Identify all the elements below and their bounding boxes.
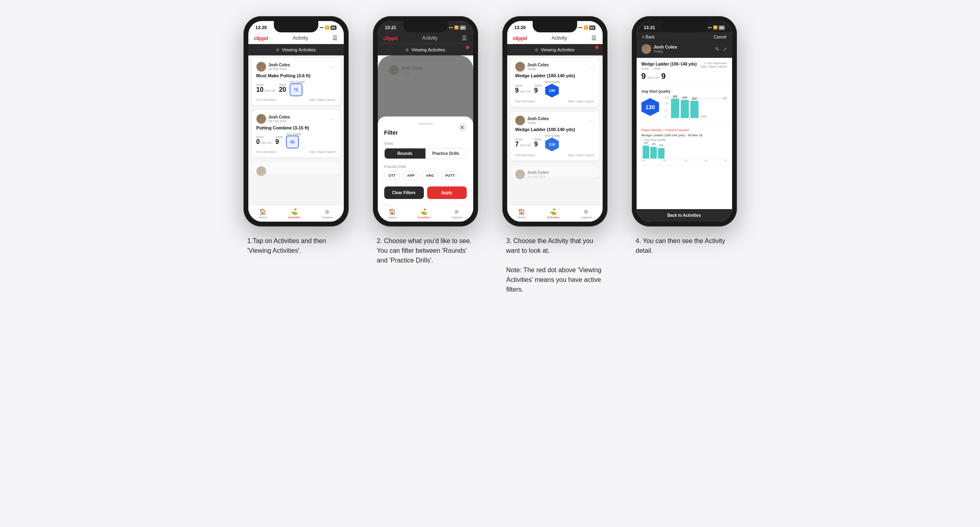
clear-filters-button[interactable]: Clear Filters [384, 186, 424, 199]
filter-pill-putt[interactable]: PUTT [441, 171, 459, 180]
sq-badge-1-1: 75 [290, 83, 303, 96]
filter-toggle-practice[interactable]: Practice Drills [425, 148, 466, 159]
signal-icon-3: ▪▪▪ [578, 25, 582, 30]
viewing-banner-3[interactable]: ⚙ Viewing Activities [507, 44, 603, 55]
back-button-4[interactable]: < Back [642, 35, 655, 39]
footer-info-1-2: Test Information [256, 150, 277, 153]
card-user-3-1: Josh Coles Today [515, 62, 549, 72]
nav-home-1[interactable]: 🏠 Home [258, 208, 267, 219]
nav-capture-3[interactable]: ⊕ Capture [580, 208, 592, 219]
card-footer-3-2: Test Information Data: Clippd Capture [515, 154, 595, 157]
nav-activities-1[interactable]: ⛳ Activities [288, 208, 301, 219]
detail-score-4: 9 [641, 72, 646, 81]
viewing-banner-2[interactable]: ⚙ Viewing Activities [378, 44, 473, 55]
phone-notch-2 [403, 21, 448, 32]
capture-icon-3: ⊕ [584, 208, 588, 215]
viewing-banner-text-1: Viewing Activities [282, 47, 316, 52]
user-name-1-2: Josh Coles [269, 115, 290, 119]
session-bar-3: 124 [658, 148, 665, 159]
back-to-activities-button-4[interactable]: Back to Activities [637, 209, 732, 222]
apply-button[interactable]: Apply [427, 186, 467, 199]
edit-icon-4[interactable]: ✎ [715, 46, 720, 52]
activity-card-1-2[interactable]: Josh Coles 28 Feb 2023 ··· Putting Combi… [252, 110, 341, 157]
session-title-4: Wedge Ladder (100-140 yds) - 06 Mar 23 [641, 133, 727, 137]
card-header-3-3: Josh Coles 28 Feb 2023 [515, 169, 595, 179]
activity-card-1-1[interactable]: Josh Coles 28 Feb 2023 ··· Must Make Put… [252, 58, 341, 105]
detail-drill-section-4: Wedge Ladder (100–140 yds) Score Shots 9… [637, 58, 732, 85]
home-icon-1: 🏠 [259, 208, 266, 215]
shots-value-3-1: 9 [534, 87, 542, 94]
filter-handle [418, 123, 433, 125]
card-stats-1-1: Score 10 OUT OF Shots 20 [256, 80, 336, 96]
sq-group-1-1: Shot Quality 75 [290, 80, 305, 96]
filter-pill-arg[interactable]: ARG [421, 171, 438, 180]
detail-outof-4: OUT OF [648, 76, 660, 80]
status-icons-3: ▪▪▪ 🛜 84 [578, 25, 595, 30]
card-footer-3-1: Test Information Data: Clippd Capture [515, 100, 595, 103]
card-title-1-1: Must Make Putting (3-6 ft) [256, 73, 336, 78]
detail-nav-4: < Back Cancel [637, 32, 732, 42]
filter-close-button[interactable]: ✕ [458, 123, 467, 132]
footer-info-3-1: Test Information [515, 100, 536, 103]
nav-activities-3[interactable]: ⛳ Activities [547, 208, 560, 219]
card-stats-3-2: Score 7 OUT OF Shots 9 [515, 134, 595, 152]
hamburger-icon-1[interactable]: ☰ [332, 35, 338, 41]
card-menu-1-1[interactable]: ··· [330, 63, 336, 70]
score-value-3-2: 7 [515, 141, 519, 148]
session-y-labels: 1401201008060 [641, 159, 727, 162]
aq-hex-4: 130 [641, 98, 659, 116]
signal-icon-4: ▪▪▪ [708, 25, 712, 30]
hex-shape-3-2: 118 [545, 138, 559, 151]
user-info-3-2: Josh Coles Today [527, 116, 549, 125]
filter-pill-app[interactable]: APP [403, 171, 419, 180]
user-date-3-1: Today [527, 67, 549, 71]
user-date-1-1: 28 Feb 2023 [269, 67, 290, 71]
nav-activities-2[interactable]: ⛳ Activities [417, 208, 430, 219]
card-menu-3-1[interactable]: ··· [588, 63, 595, 70]
phone-2: 13:21 ▪▪▪ 🛜 84 clippd Activity ☰ ⚙ Vi [373, 16, 478, 226]
status-time-4: 13:21 [644, 25, 655, 30]
hamburger-icon-3[interactable]: ☰ [591, 35, 597, 41]
chart-area-4: 140 100 50 0 132 [663, 96, 727, 118]
user-info-3-3: Josh Coles 28 Feb 2023 [527, 170, 549, 178]
nav-home-2[interactable]: 🏠 Home [388, 208, 396, 219]
avg-shot-quality-label-4: Avg Shot Quality [641, 89, 727, 93]
app-nav-1: clippd Activity ☰ [248, 32, 344, 44]
activity-card-3-1[interactable]: Josh Coles Today ··· Wedge Ladder (100-1… [510, 58, 599, 107]
nav-home-3[interactable]: 🏠 Home [517, 208, 526, 219]
user-date-1-2: 28 Feb 2023 [269, 119, 290, 123]
card-stats-1-2: Score 0 OUT OF Shots 9 [256, 133, 336, 148]
score-label-3-1: Score [515, 84, 531, 87]
filter-pill-ott[interactable]: OTT [384, 171, 400, 180]
nav-capture-label-2: Capture [451, 216, 462, 219]
score-label-3-2: Score [515, 138, 531, 141]
caption-2: 2. Choose what you'd like to see. You ca… [377, 236, 474, 265]
detail-drill-title-4: Wedge Ladder (100–140 yds) [641, 62, 701, 66]
phone-column-2: 13:21 ▪▪▪ 🛜 84 clippd Activity ☰ ⚙ Vi [369, 16, 482, 265]
footer-data-3-2: Data: Clippd Capture [568, 154, 594, 157]
card-title-1-2: Putting Combine (3-15 ft) [256, 125, 336, 130]
cancel-button-4[interactable]: Cancel [713, 35, 726, 39]
activity-card-3-2[interactable]: Josh Coles Today ··· Wedge Ladder (100-1… [510, 112, 599, 161]
sq-group-3-2: Shot Quality 118 [545, 134, 560, 152]
filter-toggle-rounds[interactable]: Rounds [385, 148, 425, 159]
user-name-1-1: Josh Coles [269, 63, 290, 67]
nav-capture-2[interactable]: ⊕ Capture [451, 208, 462, 219]
banner-settings-icon-1: ⚙ [276, 48, 279, 52]
viewing-banner-1[interactable]: ⚙ Viewing Activities [248, 44, 344, 55]
hamburger-icon-2[interactable]: ☰ [462, 35, 467, 41]
wifi-icon: 🛜 [325, 25, 329, 30]
score-value-3-1: 9 [515, 87, 519, 94]
expand-icon-4[interactable]: ⤢ [723, 46, 727, 52]
filter-toggle-row: Rounds Practice Drills [384, 148, 467, 159]
nav-capture-1[interactable]: ⊕ Capture [322, 208, 333, 219]
card-menu-3-2[interactable]: ··· [588, 117, 595, 124]
footer-info-3-2: Test Information [515, 154, 536, 157]
card-user-3-3: Josh Coles 28 Feb 2023 [515, 169, 549, 179]
card-menu-1-2[interactable]: ··· [330, 116, 336, 122]
score-group-1-2: Score 0 OUT OF [256, 135, 272, 146]
detail-user-sub-4: Today [654, 49, 677, 53]
session-link-label-4[interactable]: Player Activity > Practice Session [641, 128, 727, 132]
score-group-1-1: Score 10 OUT OF [256, 83, 276, 93]
hex-shape-3-1: 130 [545, 84, 559, 97]
